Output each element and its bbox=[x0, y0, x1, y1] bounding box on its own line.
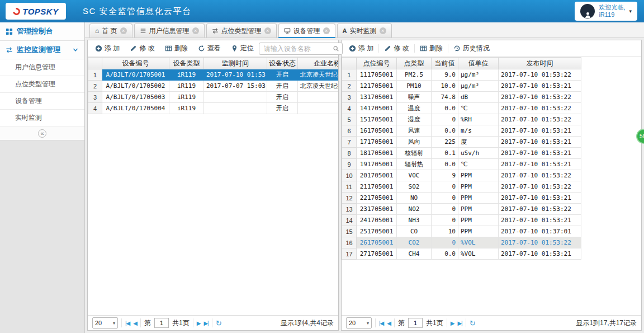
page-input[interactable] bbox=[408, 318, 423, 328]
table-row[interactable]: 7171705001风向225度2017-07-10 01:53:21 bbox=[342, 137, 581, 148]
next-page-button[interactable]: ▶ bbox=[451, 320, 454, 326]
device-edit-button[interactable]: 修 改 bbox=[126, 44, 158, 53]
cell: 2017-07-10 01:53:21 bbox=[499, 148, 581, 159]
cell: 0.0 bbox=[432, 103, 458, 114]
device-locate-button[interactable]: 定位 bbox=[227, 44, 258, 53]
sidebar-item-monitoring[interactable]: 监控监测管理 bbox=[0, 41, 84, 59]
col-header[interactable]: 当前值 bbox=[432, 58, 458, 69]
cell: 2017-07-10 01:53:21 bbox=[499, 81, 581, 92]
col-rownum bbox=[88, 58, 102, 69]
row-number: 13 bbox=[342, 204, 357, 215]
table-row[interactable]: 2A/BJLT/0/1705002iR1192017-07-07 15:03:0… bbox=[88, 81, 339, 92]
cell: 2017-07-10 01:53:22 bbox=[499, 92, 581, 103]
last-page-button[interactable]: ▶| bbox=[457, 320, 462, 326]
cell: 2017-07-10 01:53:22 bbox=[499, 204, 581, 215]
device-pager: 20 ▾ |◀ ◀ 第 共1页 ▶ ▶| ↻ 显示1到4,共4记录 bbox=[88, 315, 338, 330]
search-icon[interactable] bbox=[333, 45, 339, 52]
col-header[interactable]: 设备编号 bbox=[102, 58, 169, 69]
table-row[interactable]: 12221705001NO0PPM2017-07-10 01:53:21 bbox=[342, 193, 581, 204]
chevron-down-icon: ▾ bbox=[629, 8, 632, 14]
button-label: 修 改 bbox=[139, 44, 154, 53]
table-row[interactable]: 1A/BJLT/0/1705001iR1192017-07-10 01:53:2… bbox=[88, 69, 339, 81]
cell: 261705001 bbox=[357, 237, 397, 248]
cell: μg/m³ bbox=[458, 81, 499, 92]
table-row[interactable]: 6161705001风速0.0m/s2017-07-10 01:53:21 bbox=[342, 125, 581, 137]
tab-device[interactable]: 设备管理 × bbox=[278, 24, 335, 37]
table-row[interactable]: 2121705001PM1010.0μg/m³2017-07-10 01:53:… bbox=[342, 81, 581, 92]
divider bbox=[466, 318, 466, 327]
tab-realtime[interactable]: A 实时监测 × bbox=[337, 24, 392, 37]
table-row[interactable]: 4141705001温度0.0℃2017-07-10 01:53:22 bbox=[342, 103, 581, 114]
close-icon[interactable]: × bbox=[120, 27, 127, 34]
sidebar-item-realtime[interactable]: 实时监测 bbox=[0, 110, 84, 126]
user-menu[interactable]: 欢迎光临, iR119 ▾ bbox=[575, 2, 637, 21]
table-row[interactable]: 11211705001SO20PPM2017-07-10 01:53:22 bbox=[342, 181, 581, 193]
device-search-input[interactable] bbox=[259, 43, 343, 55]
device-view-button[interactable]: 查看 bbox=[194, 44, 225, 53]
cell: 0 bbox=[432, 181, 458, 193]
tab-home[interactable]: ⌂ 首 页 × bbox=[89, 24, 132, 37]
point-delete-button[interactable]: 删除 bbox=[416, 44, 447, 53]
device-add-button[interactable]: 添 加 bbox=[91, 44, 124, 53]
col-header[interactable]: 设备状态 bbox=[267, 58, 298, 69]
table-row[interactable]: 14241705001NH30PPM2017-07-10 01:53:21 bbox=[342, 215, 581, 226]
refresh-button[interactable]: ↻ bbox=[470, 319, 476, 327]
table-row[interactable]: 16261705001CO20%VOL2017-07-10 01:53:22 bbox=[342, 237, 581, 248]
table-row[interactable]: 13231705001NO20PPM2017-07-10 01:53:22 bbox=[342, 204, 581, 215]
col-header[interactable]: 企业名称 bbox=[298, 58, 339, 69]
table-row[interactable]: 17271705001CH40.0%VOL2017-07-10 01:53:21 bbox=[342, 248, 581, 260]
col-header[interactable]: 发布时间 bbox=[499, 58, 581, 69]
point-history-button[interactable]: 历史情况 bbox=[449, 44, 494, 53]
sidebar-collapse[interactable]: « bbox=[0, 126, 84, 140]
table-row[interactable]: 3131705001噪声74.8dB2017-07-10 01:53:22 bbox=[342, 92, 581, 103]
device-delete-button[interactable]: 删除 bbox=[161, 44, 192, 53]
table-row[interactable]: 5151705001湿度0%RH2017-07-10 01:53:22 bbox=[342, 114, 581, 125]
total-pages-label: 共1页 bbox=[426, 318, 443, 328]
page-input[interactable] bbox=[154, 318, 169, 328]
col-header[interactable]: 监测时间 bbox=[204, 58, 267, 69]
username-text: iR119 bbox=[599, 11, 625, 18]
table-row[interactable]: 9191705001辐射热0.0℃2017-07-10 01:53:21 bbox=[342, 159, 581, 170]
cell: 121705001 bbox=[357, 81, 397, 92]
page-size-select[interactable]: 20 ▾ bbox=[346, 317, 372, 329]
table-row[interactable]: 15251705001CO10PPM2017-07-10 01:37:01 bbox=[342, 226, 581, 237]
cell: 271705001 bbox=[357, 248, 397, 260]
close-icon[interactable]: × bbox=[380, 27, 386, 34]
last-page-button[interactable]: ▶| bbox=[203, 320, 208, 326]
cell: 风速 bbox=[397, 125, 432, 137]
col-header[interactable]: 值单位 bbox=[458, 58, 499, 69]
point-edit-button[interactable]: 修 改 bbox=[380, 44, 413, 53]
device-search bbox=[259, 43, 343, 55]
pencil-icon bbox=[384, 45, 391, 52]
col-header[interactable]: 设备类型 bbox=[169, 58, 204, 69]
sidebar-item-point-type[interactable]: 点位类型管理 bbox=[0, 76, 84, 93]
close-icon[interactable]: × bbox=[323, 27, 330, 34]
table-row[interactable]: 1111705001PM2.59.0μg/m³2017-07-10 01:53:… bbox=[342, 69, 581, 81]
first-page-button[interactable]: |◀ bbox=[125, 320, 130, 326]
tab-label: 实时监测 bbox=[350, 26, 377, 36]
first-page-button[interactable]: |◀ bbox=[379, 320, 383, 326]
sidebar-item-user-info[interactable]: 用户信息管理 bbox=[0, 59, 84, 76]
table-row[interactable]: 8181705001核辐射0.1uSv/h2017-07-10 01:53:21 bbox=[342, 148, 581, 159]
prev-page-button[interactable]: ◀ bbox=[133, 320, 137, 326]
button-label: 查看 bbox=[207, 44, 221, 53]
close-icon[interactable]: × bbox=[264, 27, 271, 34]
col-header[interactable]: 点位编号 bbox=[357, 58, 397, 69]
next-page-button[interactable]: ▶ bbox=[197, 320, 201, 326]
close-icon[interactable]: × bbox=[192, 27, 199, 34]
tab-user-info[interactable]: 用户信息管理 × bbox=[134, 24, 205, 37]
col-header[interactable]: 点类型 bbox=[397, 58, 432, 69]
table-row[interactable]: 4A/BJLT/0/1705004iR119开启 bbox=[88, 103, 339, 114]
prev-page-button[interactable]: ◀ bbox=[387, 320, 391, 326]
point-add-button[interactable]: 添 加 bbox=[345, 44, 377, 53]
table-row[interactable]: 3A/BJLT/0/1705003iR119开启 bbox=[88, 92, 339, 103]
cell: 开启 bbox=[267, 69, 298, 81]
user-icon bbox=[584, 11, 591, 18]
table-row[interactable]: 10201705001VOC9PPM2017-07-10 01:53:22 bbox=[342, 170, 581, 181]
sidebar-item-device[interactable]: 设备管理 bbox=[0, 93, 84, 110]
pager-summary: 显示1到17,共17记录 bbox=[576, 318, 637, 328]
tab-point-type[interactable]: 点位类型管理 × bbox=[206, 24, 277, 37]
sidebar-item-console[interactable]: 管理控制台 bbox=[0, 22, 84, 41]
page-size-select[interactable]: 20 ▾ bbox=[92, 317, 118, 329]
refresh-button[interactable]: ↻ bbox=[216, 319, 222, 327]
